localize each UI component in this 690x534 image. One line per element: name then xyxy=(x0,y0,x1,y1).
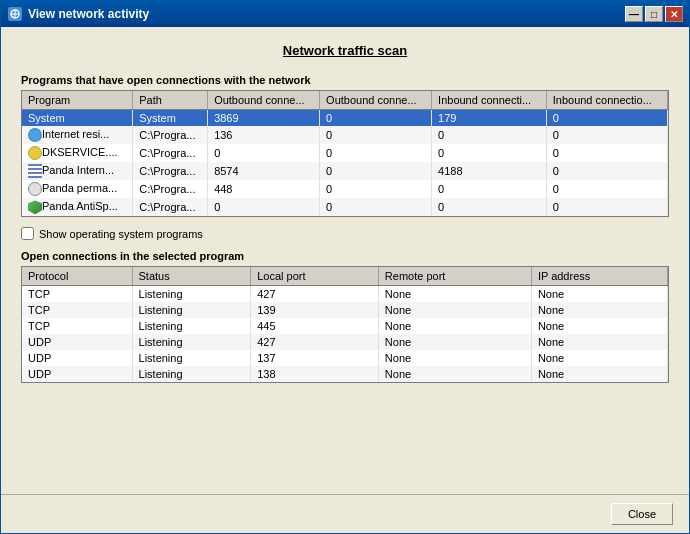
cell-remote-port: None xyxy=(378,286,531,303)
col-protocol: Protocol xyxy=(22,267,132,286)
cell-ob1: 0 xyxy=(208,144,320,162)
cell-protocol: TCP xyxy=(22,286,132,303)
cell-local-port: 427 xyxy=(251,334,379,350)
cell-ip: None xyxy=(531,366,667,382)
cell-ib2: 0 xyxy=(546,110,667,127)
cell-path: C:\Progra... xyxy=(133,144,208,162)
cell-program: Panda AntiSp... xyxy=(22,198,133,216)
cell-status: Listening xyxy=(132,350,251,366)
table-row[interactable]: System System 3869 0 179 0 xyxy=(22,110,668,127)
cell-program: Panda perma... xyxy=(22,180,133,198)
window-close-button[interactable]: ✕ xyxy=(665,6,683,22)
table-row[interactable]: TCP Listening 445 None None xyxy=(22,318,668,334)
cell-ob1: 3869 xyxy=(208,110,320,127)
programs-tbody: System System 3869 0 179 0 Internet resi… xyxy=(22,110,668,217)
cell-ob1: 448 xyxy=(208,180,320,198)
col-ip: IP address xyxy=(531,267,667,286)
show-os-label: Show operating system programs xyxy=(39,228,203,240)
page-title: Network traffic scan xyxy=(21,43,669,58)
connections-section: Open connections in the selected program… xyxy=(21,250,669,383)
col-ob1: Outbound conne... xyxy=(208,91,320,110)
col-status: Status xyxy=(132,267,251,286)
maximize-button[interactable]: □ xyxy=(645,6,663,22)
grid-icon xyxy=(28,164,42,178)
table-row[interactable]: Panda Intern... C:\Progra... 8574 0 4188… xyxy=(22,162,668,180)
show-os-checkbox[interactable] xyxy=(21,227,34,240)
checkbox-row[interactable]: Show operating system programs xyxy=(21,227,669,240)
table-row[interactable]: UDP Listening 427 None None xyxy=(22,334,668,350)
cell-path: C:\Progra... xyxy=(133,198,208,216)
cell-ib2: 0 xyxy=(546,180,667,198)
cell-ip: None xyxy=(531,318,667,334)
table-row[interactable]: Panda AntiSp... C:\Progra... 0 0 0 0 xyxy=(22,198,668,216)
table-row[interactable]: TCP Listening 139 None None xyxy=(22,302,668,318)
cell-ob2: 0 xyxy=(320,110,432,127)
col-path: Path xyxy=(133,91,208,110)
title-bar-buttons: — □ ✕ xyxy=(625,6,683,22)
connections-table: Protocol Status Local port Remote port I… xyxy=(22,267,668,382)
cell-local-port: 445 xyxy=(251,318,379,334)
cell-ib1: 0 xyxy=(432,180,547,198)
cell-remote-port: None xyxy=(378,350,531,366)
cell-ib1: 0 xyxy=(432,198,547,216)
col-ib2: Inbound connectio... xyxy=(546,91,667,110)
cell-protocol: UDP xyxy=(22,334,132,350)
cell-remote-port: None xyxy=(378,334,531,350)
cell-status: Listening xyxy=(132,334,251,350)
cell-local-port: 137 xyxy=(251,350,379,366)
cell-local-port: 138 xyxy=(251,366,379,382)
minimize-button[interactable]: — xyxy=(625,6,643,22)
cell-ib2: 0 xyxy=(546,162,667,180)
cell-ob1: 136 xyxy=(208,126,320,144)
cell-ip: None xyxy=(531,286,667,303)
cell-local-port: 139 xyxy=(251,302,379,318)
panda-icon xyxy=(28,182,42,196)
cell-remote-port: None xyxy=(378,366,531,382)
programs-header-row: Program Path Outbound conne... Outbound … xyxy=(22,91,668,110)
cell-ib1: 4188 xyxy=(432,162,547,180)
clock-icon xyxy=(28,146,42,160)
cell-ob2: 0 xyxy=(320,198,432,216)
window-title: View network activity xyxy=(28,7,149,21)
cell-status: Listening xyxy=(132,366,251,382)
cell-ob2: 0 xyxy=(320,126,432,144)
cell-ob1: 0 xyxy=(208,198,320,216)
cell-ib1: 0 xyxy=(432,144,547,162)
cell-ib2: 0 xyxy=(546,198,667,216)
connections-header-row: Protocol Status Local port Remote port I… xyxy=(22,267,668,286)
main-window: View network activity — □ ✕ Network traf… xyxy=(0,0,690,534)
cell-program: Panda Intern... xyxy=(22,162,133,180)
cell-ib2: 0 xyxy=(546,126,667,144)
table-row[interactable]: DKSERVICE.... C:\Progra... 0 0 0 0 xyxy=(22,144,668,162)
cell-protocol: TCP xyxy=(22,302,132,318)
connections-table-container[interactable]: Protocol Status Local port Remote port I… xyxy=(21,266,669,383)
programs-table: Program Path Outbound conne... Outbound … xyxy=(22,91,668,216)
cell-program: System xyxy=(22,110,133,127)
table-row[interactable]: UDP Listening 137 None None xyxy=(22,350,668,366)
programs-section: Programs that have open connections with… xyxy=(21,74,669,217)
col-ob2: Outbound conne... xyxy=(320,91,432,110)
cell-protocol: UDP xyxy=(22,366,132,382)
table-row[interactable]: TCP Listening 427 None None xyxy=(22,286,668,303)
cell-ip: None xyxy=(531,350,667,366)
window-icon xyxy=(7,6,23,22)
close-button[interactable]: Close xyxy=(611,503,673,525)
cell-status: Listening xyxy=(132,302,251,318)
table-row[interactable]: UDP Listening 138 None None xyxy=(22,366,668,382)
cell-path: C:\Progra... xyxy=(133,180,208,198)
cell-local-port: 427 xyxy=(251,286,379,303)
cell-ob2: 0 xyxy=(320,144,432,162)
cell-ob2: 0 xyxy=(320,180,432,198)
col-remote-port: Remote port xyxy=(378,267,531,286)
cell-ib1: 179 xyxy=(432,110,547,127)
col-local-port: Local port xyxy=(251,267,379,286)
shield-icon xyxy=(28,200,42,214)
connections-tbody: TCP Listening 427 None None TCP Listenin… xyxy=(22,286,668,383)
table-row[interactable]: Internet resi... C:\Progra... 136 0 0 0 xyxy=(22,126,668,144)
bottom-bar: Close xyxy=(1,494,689,533)
cell-path: C:\Progra... xyxy=(133,162,208,180)
programs-table-container[interactable]: Program Path Outbound conne... Outbound … xyxy=(21,90,669,217)
table-row[interactable]: Panda perma... C:\Progra... 448 0 0 0 xyxy=(22,180,668,198)
cell-path: C:\Progra... xyxy=(133,126,208,144)
cell-remote-port: None xyxy=(378,318,531,334)
